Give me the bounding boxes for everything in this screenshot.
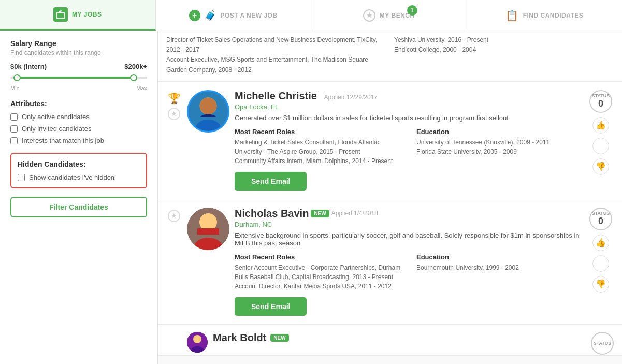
salary-range-title: Salary Range <box>10 39 147 48</box>
top-partial-edu2: Endicott College, 2000 - 2004 <box>394 45 614 55</box>
thumbs-down-button-nicholas[interactable]: 👎 <box>592 276 609 293</box>
roles-label-nicholas: Most Recent Roles <box>235 253 401 261</box>
invited-candidates-checkbox-row[interactable]: Only invited candidates <box>10 125 147 133</box>
salary-min-label: $0k (Intern) <box>10 63 47 70</box>
card-right-nicholas: STATUS 0 👍 👎 <box>588 208 614 293</box>
status-circle-nicholas: STATUS 0 <box>589 208 612 230</box>
svg-point-7 <box>200 214 216 230</box>
interests-label: Interests that match this job <box>22 137 104 144</box>
candidate-name-mark: Mark Boldt <box>213 332 266 344</box>
roles-col-michelle: Most Recent Roles Marketing & Ticket Sal… <box>235 128 401 166</box>
avatar-michelle <box>187 90 229 133</box>
nav-item-find-candidates[interactable]: 📋 FIND CANDIDATES <box>467 0 623 31</box>
star-outline-icon[interactable]: ★ <box>168 108 180 120</box>
mark-avatar-svg <box>187 332 208 353</box>
range-thumb-min[interactable] <box>13 74 21 81</box>
status-label-nicholas: STATUS <box>592 211 610 216</box>
new-badge-nicholas: NEW <box>311 210 329 217</box>
nav-label-my-jobs: MY JOBS <box>72 11 102 18</box>
range-fill <box>17 77 133 79</box>
active-candidates-label: Only active candidates <box>22 113 90 121</box>
hidden-candidates-title: Hidden Candidates: <box>18 160 140 168</box>
show-hidden-checkbox-row[interactable]: Show candidates I've hidden <box>18 173 140 181</box>
top-partial-edu1: Yeshiva University, 2016 - Present <box>394 35 614 45</box>
status-circle-mark: STATUS <box>591 332 614 355</box>
candidate-name-nicholas: Nicholas Bavin <box>235 208 309 220</box>
show-hidden-checkbox[interactable] <box>18 174 25 181</box>
status-num-nicholas: 0 <box>598 216 603 227</box>
edu-col-michelle: Education University of Tennessee (Knoxv… <box>416 128 583 166</box>
top-nav: MY JOBS + 🧳 POST A NEW JOB 1 ★ MY BENCH … <box>0 0 622 31</box>
thumbs-up-button-nicholas[interactable]: 👍 <box>592 235 609 251</box>
edu-label-michelle: Education <box>416 128 583 136</box>
send-email-button-nicholas[interactable]: Send Email <box>235 297 307 316</box>
briefcase-outline-icon: 🧳 <box>205 10 216 21</box>
applied-date-michelle: Applied 12/29/2017 <box>324 94 378 101</box>
candidate-card-mark-partial: Mark Boldt NEW STATUS <box>158 325 622 356</box>
interests-checkbox[interactable] <box>10 137 18 144</box>
nav-item-post-job[interactable]: + 🧳 POST A NEW JOB <box>156 0 312 31</box>
attributes-title: Attributes: <box>10 99 147 108</box>
card-body-nicholas: Nicholas Bavin NEW Applied 1/4/2018 Durh… <box>235 208 583 316</box>
sidebar: Salary Range Find candidates within this… <box>0 31 158 364</box>
card-right-michelle: STATUS 0 👍 👎 <box>588 90 614 175</box>
card-left-icons-michelle: 🏆 ★ <box>166 90 182 120</box>
plus-circle-icon: + <box>189 10 200 21</box>
status-label-mark: STATUS <box>594 341 612 346</box>
roles-text-michelle: Marketing & Ticket Sales Consultant, Flo… <box>235 138 401 166</box>
summary-nicholas: Extensive background in sports, particul… <box>235 231 583 247</box>
content-area: Director of Ticket Sales Operations and … <box>158 31 622 364</box>
location-michelle: Opa Locka, FL <box>235 103 583 111</box>
trophy-icon: 🏆 <box>168 92 181 105</box>
summary-michelle: Generated over $1 million dollars in sal… <box>235 114 583 122</box>
send-email-button-michelle[interactable]: Send Email <box>235 172 307 191</box>
status-circle-michelle: STATUS 0 <box>589 90 612 113</box>
nav-item-my-bench[interactable]: 1 ★ MY BENCH <box>311 0 467 31</box>
range-min-label: Min <box>10 85 20 91</box>
edu-text-nicholas: Bournemouth University, 1999 - 2002 <box>416 263 583 272</box>
top-partial-card: Director of Ticket Sales Operations and … <box>158 31 622 82</box>
range-thumb-max[interactable] <box>130 74 137 81</box>
edu-col-nicholas: Education Bournemouth University, 1999 -… <box>416 253 583 291</box>
active-candidates-checkbox-row[interactable]: Only active candidates <box>10 113 147 121</box>
top-partial-text1: Director of Ticket Sales Operations and … <box>166 35 386 55</box>
range-slider[interactable] <box>10 72 147 83</box>
interests-checkbox-row[interactable]: Interests that match this job <box>10 137 147 144</box>
salary-max-label: $200k+ <box>124 63 147 70</box>
invited-candidates-checkbox[interactable] <box>10 125 18 133</box>
candidate-card-nicholas: ★ Nicholas Bavin NEW Applied 1/4/2018 Du… <box>158 199 622 325</box>
star-outline-icon-nicholas[interactable]: ★ <box>168 210 180 222</box>
range-max-label: Max <box>136 85 147 91</box>
hidden-candidates-section: Hidden Candidates: Show candidates I've … <box>10 153 147 188</box>
neutral-circle-michelle[interactable] <box>592 138 609 154</box>
roles-col-nicholas: Most Recent Roles Senior Account Executi… <box>235 253 401 291</box>
card-body-mark-partial: Mark Boldt NEW <box>213 332 586 344</box>
nicholas-avatar-svg <box>187 208 229 250</box>
top-partial-text2: Account Executive, MSG Sports and Entert… <box>166 55 386 75</box>
thumbs-up-button-michelle[interactable]: 👍 <box>592 117 609 134</box>
doc-icon: 📋 <box>505 9 519 22</box>
avatar-mark-partial <box>187 332 208 353</box>
show-hidden-label: Show candidates I've hidden <box>29 173 114 181</box>
filter-candidates-button[interactable]: Filter Candidates <box>10 197 147 217</box>
candidate-name-michelle: Michelle Christie <box>235 90 317 101</box>
attributes-section: Attributes: Only active candidates Only … <box>10 99 147 144</box>
nav-label-post-job: POST A NEW JOB <box>220 12 277 19</box>
neutral-circle-nicholas[interactable] <box>592 255 609 272</box>
location-nicholas: Durham, NC <box>235 221 583 228</box>
nav-item-my-jobs[interactable]: MY JOBS <box>0 0 156 31</box>
card-left-icons-nicholas: ★ <box>166 208 182 222</box>
nav-label-find-candidates: FIND CANDIDATES <box>523 12 584 19</box>
candidate-card-michelle: 🏆 ★ Michelle Christie Applied 12/29/2017… <box>158 82 622 199</box>
thumbs-down-button-michelle[interactable]: 👎 <box>592 158 609 175</box>
edu-label-nicholas: Education <box>416 253 583 261</box>
status-num-michelle: 0 <box>598 98 603 109</box>
briefcase-icon <box>53 7 68 22</box>
star-circle-icon: ★ <box>363 9 375 22</box>
active-candidates-checkbox[interactable] <box>10 113 18 121</box>
new-badge-mark: NEW <box>270 334 288 342</box>
salary-range-section: Salary Range Find candidates within this… <box>10 39 147 91</box>
nav-badge: 1 <box>407 5 417 16</box>
roles-text-nicholas: Senior Account Executive - Corporate Par… <box>235 263 401 291</box>
svg-rect-8 <box>197 228 219 235</box>
